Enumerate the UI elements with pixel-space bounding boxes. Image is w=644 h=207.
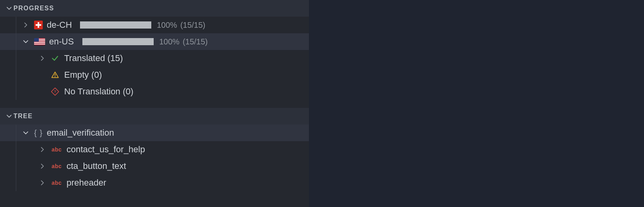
chevron-down-icon: [21, 39, 30, 44]
status-row-translated[interactable]: Translated (15): [0, 50, 309, 67]
chevron-down-icon: [21, 130, 30, 136]
tree-node-key: cta_button_text: [67, 161, 126, 171]
chevron-right-icon: [38, 163, 47, 169]
progress-ratio: (15/15): [180, 21, 205, 30]
chevron-down-icon: [5, 6, 13, 11]
progress-bar: [80, 21, 151, 29]
status-label: No Translation (0): [64, 86, 133, 97]
tree-node-root[interactable]: { } email_verification: [0, 125, 309, 141]
tree-node-key: preheader: [67, 178, 106, 188]
chevron-right-icon: [21, 22, 30, 28]
tree-node[interactable]: abc preheader: [0, 174, 309, 191]
locale-code: en-US: [49, 36, 77, 47]
string-type-icon: abc: [51, 163, 63, 169]
tree-node-key: contact_us_for_help: [67, 144, 145, 155]
tree-node[interactable]: abc contact_us_for_help: [0, 141, 309, 158]
chevron-right-icon: [38, 147, 47, 152]
status-label: Translated (15): [64, 53, 123, 63]
flag-ch-icon: [34, 21, 43, 29]
svg-point-1: [55, 76, 55, 77]
section-header-progress[interactable]: PROGRESS: [0, 0, 309, 17]
flag-us-icon: [34, 38, 45, 45]
check-icon: [51, 54, 59, 63]
sidebar: PROGRESS de-CH 100% (15/15) en-US 100% (…: [0, 0, 309, 207]
locale-row-de-ch[interactable]: de-CH 100% (15/15): [0, 17, 309, 33]
no-translation-icon: ?: [51, 87, 59, 96]
svg-text:?: ?: [54, 90, 56, 94]
section-header-tree[interactable]: TREE: [0, 108, 309, 125]
section-title: TREE: [13, 113, 33, 120]
string-type-icon: abc: [51, 146, 63, 153]
progress-bar: [82, 38, 154, 45]
status-row-empty[interactable]: Empty (0): [0, 67, 309, 83]
chevron-down-icon: [5, 113, 13, 119]
status-label: Empty (0): [64, 70, 102, 80]
progress-percent: 100%: [157, 21, 177, 30]
tree-node[interactable]: abc cta_button_text: [0, 158, 309, 174]
editor-area: [309, 0, 644, 207]
chevron-right-icon: [38, 56, 47, 61]
progress-percent: 100%: [159, 37, 179, 46]
section-title: PROGRESS: [13, 5, 54, 12]
locale-code: de-CH: [47, 20, 74, 30]
locale-row-en-us[interactable]: en-US 100% (15/15): [0, 33, 309, 50]
progress-ratio: (15/15): [183, 37, 208, 46]
object-icon: { }: [34, 128, 43, 138]
string-type-icon: abc: [51, 180, 63, 186]
chevron-right-icon: [38, 180, 47, 186]
tree-node-key: email_verification: [47, 128, 114, 138]
warning-icon: [51, 71, 59, 79]
status-row-no-translation[interactable]: ? No Translation (0): [0, 83, 309, 100]
